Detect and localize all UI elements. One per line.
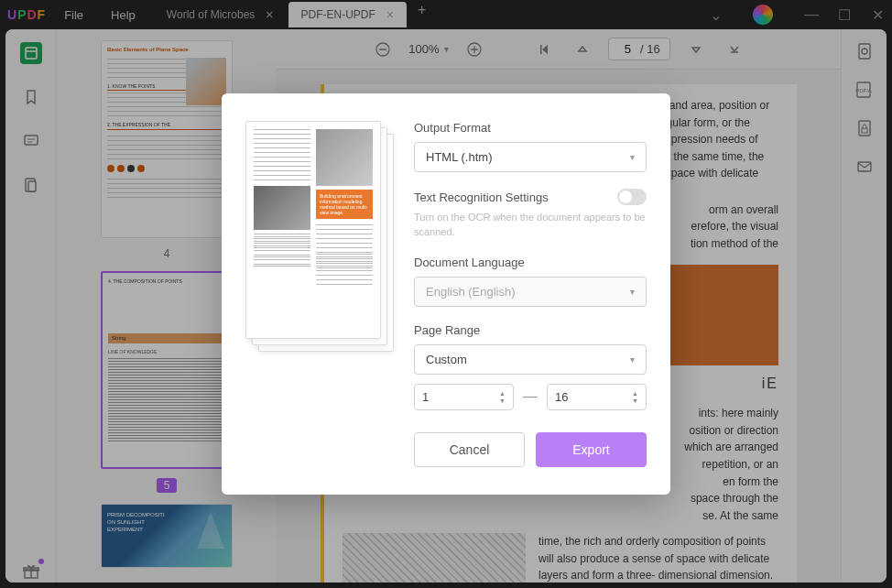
modal-form: Output Format HTML (.htm) ▾ Text Recogni… — [414, 121, 647, 467]
ocr-hint: Turn on the OCR when the document appear… — [414, 211, 647, 239]
modal-preview: Building environment information modelin… — [245, 121, 394, 352]
modal-overlay: Building environment information modelin… — [0, 0, 892, 588]
cancel-button[interactable]: Cancel — [414, 432, 525, 467]
output-format-label: Output Format — [414, 121, 647, 135]
chevron-down-icon: ▾ — [630, 152, 635, 162]
export-modal: Building environment information modelin… — [222, 93, 670, 495]
language-select[interactable]: English (English) ▾ — [414, 277, 647, 307]
range-separator: — — [523, 388, 538, 405]
spinner-buttons[interactable]: ▲▼ — [499, 390, 506, 404]
range-to-input[interactable]: 16 ▲▼ — [547, 384, 647, 410]
range-from-input[interactable]: 1 ▲▼ — [414, 384, 514, 410]
chevron-down-icon: ▾ — [630, 354, 635, 365]
ocr-label: Text Recognition Settings — [414, 191, 549, 204]
spinner-buttons[interactable]: ▲▼ — [632, 390, 638, 404]
export-button[interactable]: Export — [536, 432, 647, 467]
output-format-select[interactable]: HTML (.htm) ▾ — [414, 142, 647, 172]
page-range-label: Page Range — [414, 323, 647, 337]
ocr-toggle[interactable] — [617, 189, 647, 205]
preview-banner: Building environment information modelin… — [316, 190, 373, 219]
chevron-down-icon: ▾ — [630, 287, 635, 297]
page-range-select[interactable]: Custom ▾ — [414, 344, 647, 375]
language-label: Document Language — [414, 256, 647, 269]
